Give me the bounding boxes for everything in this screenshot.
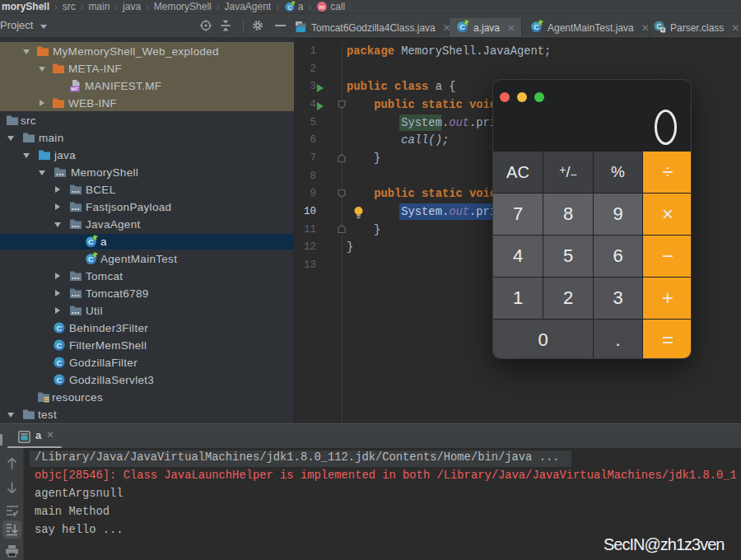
svg-text:C: C	[56, 324, 62, 333]
svg-text:C: C	[287, 4, 292, 12]
svg-text:C: C	[459, 22, 465, 31]
svg-text:MF: MF	[71, 86, 78, 91]
svg-text:C: C	[534, 22, 539, 31]
svg-text:C: C	[56, 376, 62, 385]
svg-text:C: C	[56, 358, 62, 367]
svg-text:C: C	[88, 254, 94, 264]
svg-text:C: C	[56, 341, 62, 350]
svg-text:m: m	[319, 3, 325, 11]
svg-text:C: C	[88, 237, 94, 246]
